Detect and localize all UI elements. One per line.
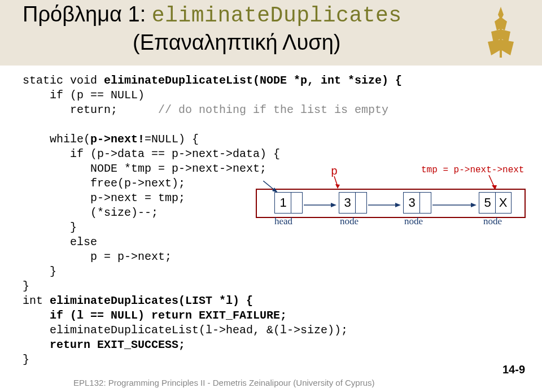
code-l5a: while( [23,133,90,146]
code-l3a: return; [23,103,158,116]
title-prefix: Πρόβλημα 1: [23,2,152,26]
node-1-ptr [356,193,366,213]
code-l16a: int [23,294,50,307]
title-code: eliminateDuplicates [152,3,402,28]
code-l3b: // do nothing if the list is empty [158,103,388,116]
node-1-label: node [340,216,359,227]
node-1-value: 3 [340,193,356,213]
slide-title-line2: (Επαναληπτική Λυση) [133,31,340,55]
code-l13: p = p->next; [23,250,172,263]
slide-title-line1: Πρόβλημα 1: eliminateDuplicates [23,2,402,28]
arrow-3-icon [432,202,478,208]
svg-marker-8 [331,203,336,207]
svg-marker-2 [335,184,340,189]
code-l16b: eliminateDuplicates(LIST *l) { [50,294,253,307]
leaf-logo-icon [477,5,525,60]
code-l20: } [23,353,29,366]
slide: Πρόβλημα 1: eliminateDuplicates (Επαναλη… [0,0,542,392]
head-label: head [274,216,292,227]
code-l10: (*size)--; [23,206,158,219]
head-value: 1 [276,193,291,213]
head-ptr [291,193,301,213]
code-l12: else [23,236,97,249]
p-arrow-icon [331,176,341,190]
code-l19b: return EXIT_SUCCESS; [50,338,185,351]
code-l2: if (p == NULL) [23,89,145,102]
code-l4 [23,118,29,131]
node-2: 3 [403,192,431,214]
code-l5b: p->next! [90,133,145,146]
arrow-2-icon [368,202,402,208]
code-l17a [23,309,50,322]
node-2-label: node [404,216,423,227]
node-2-ptr [420,193,430,213]
code-l14: } [23,265,56,278]
code-l5c: =NULL) { [145,133,199,146]
code-l8: free(p->next); [23,177,185,190]
node-1: 3 [339,192,367,214]
node-3-label: node [483,216,502,227]
node-3-value: 5 [480,193,496,213]
code-l18: eliminateDuplicateList(l->head, &(l->siz… [23,324,348,337]
svg-marker-10 [395,203,401,207]
code-l17b: if (l == NULL) return EXIT_FAILURE; [50,309,287,322]
tmp-pointer-label: tmp = p->next->next [421,165,524,175]
code-l19a [23,338,50,351]
linked-list-diagram: p tmp = p->next->next 1 head 3 node [252,168,530,234]
code-l1b: eliminateDuplicateList(NODE *p, int *siz… [104,74,402,87]
node-3: 5X [479,192,512,214]
arrow-1-icon [304,202,338,208]
node-2-value: 3 [404,193,420,213]
code-l9: p->next = tmp; [23,191,185,204]
code-l7: NODE *tmp = p->next->next; [23,162,266,175]
footer-text: EPL132: Programming Principles II - Deme… [73,378,375,387]
code-l11: } [23,221,77,234]
svg-rect-0 [500,18,502,58]
node-3-end: X [496,193,510,213]
code-l1a: static void [23,74,104,87]
code-l15: } [23,280,29,293]
code-l6: if (p->data == p->next->data) { [23,147,280,160]
head-in-arrow-icon [263,181,280,195]
page-number: 14-9 [502,363,525,376]
svg-marker-12 [471,203,477,207]
